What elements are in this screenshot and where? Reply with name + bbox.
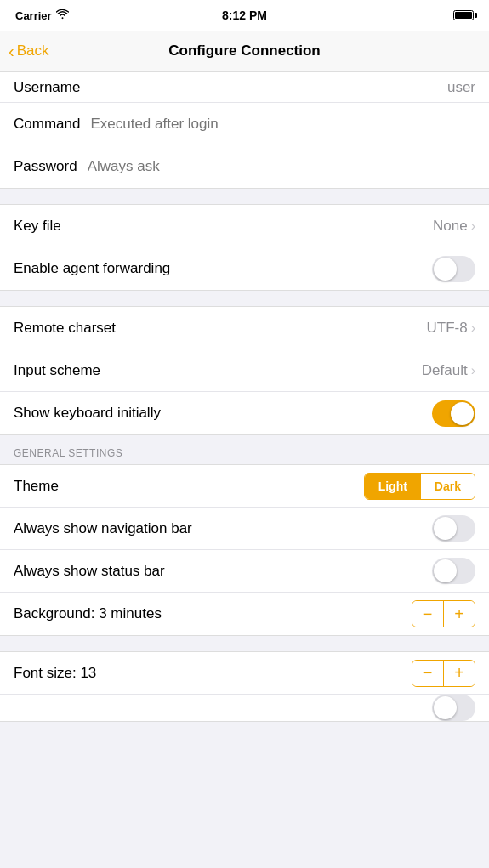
font-size-section: Font size: 13 − +	[0, 651, 489, 722]
status-time: 8:12 PM	[222, 9, 267, 22]
font-size-stepper[interactable]: − +	[412, 660, 476, 687]
always-nav-label: Always show navigation bar	[14, 520, 192, 537]
always-nav-track	[432, 515, 475, 542]
agent-forwarding-row: Enable agent forwarding	[0, 247, 489, 290]
font-size-row: Font size: 13 − +	[0, 652, 489, 695]
agent-forwarding-label: Enable agent forwarding	[14, 260, 170, 277]
general-settings-header: GENERAL SETTINGS	[0, 435, 489, 464]
always-nav-row: Always show navigation bar	[0, 508, 489, 550]
background-row: Background: 3 minutes − +	[0, 593, 489, 635]
password-label: Password	[14, 158, 77, 175]
spacer-3	[0, 636, 489, 651]
input-scheme-row[interactable]: Input scheme Default ›	[0, 349, 489, 392]
input-scheme-value: Default ›	[422, 362, 475, 379]
background-stepper[interactable]: − +	[412, 600, 476, 627]
command-row[interactable]: Command	[0, 103, 489, 145]
toggle-track	[432, 256, 475, 282]
back-chevron-icon: ‹	[9, 43, 14, 60]
remote-charset-chevron-icon: ›	[471, 321, 475, 336]
username-value: user	[447, 79, 475, 96]
spacer-1	[0, 189, 489, 204]
remote-charset-value: UTF-8 ›	[427, 320, 476, 337]
keyfile-chevron-icon: ›	[471, 218, 475, 234]
background-plus-button[interactable]: +	[444, 601, 475, 627]
battery-indicator	[450, 10, 474, 20]
show-keyboard-label: Show keyboard initially	[14, 405, 161, 422]
keyfile-value: None ›	[433, 218, 475, 235]
background-minus-button[interactable]: −	[412, 601, 443, 627]
spacer-2	[0, 291, 489, 306]
diff-font-toggle[interactable]	[432, 695, 475, 721]
status-bar: Carrier 8:12 PM	[0, 0, 489, 31]
back-label: Back	[17, 43, 49, 60]
keyfile-section: Key file None › Enable agent forwarding	[0, 204, 489, 291]
theme-light-option[interactable]: Light	[365, 474, 421, 499]
carrier-label: Carrier	[15, 9, 69, 22]
username-section: Username user Command Password	[0, 71, 489, 189]
remote-charset-row[interactable]: Remote charset UTF-8 ›	[0, 307, 489, 349]
back-button[interactable]: ‹ Back	[9, 43, 48, 60]
font-size-label: Font size: 13	[14, 665, 96, 682]
command-label: Command	[14, 116, 80, 133]
font-size-plus-button[interactable]: +	[444, 661, 475, 686]
always-status-toggle[interactable]	[432, 558, 475, 584]
diff-font-track	[432, 695, 475, 721]
input-scheme-chevron-icon: ›	[471, 363, 475, 378]
show-keyboard-toggle[interactable]	[432, 400, 475, 427]
remote-charset-label: Remote charset	[14, 320, 116, 337]
show-keyboard-track	[432, 400, 475, 427]
keyfile-row[interactable]: Key file None ›	[0, 205, 489, 247]
diff-font-thumb	[434, 696, 457, 719]
always-status-thumb	[434, 559, 457, 582]
charset-section: Remote charset UTF-8 › Input scheme Defa…	[0, 306, 489, 435]
input-scheme-label: Input scheme	[14, 362, 100, 379]
font-size-minus-button[interactable]: −	[412, 661, 443, 686]
username-row: Username user	[0, 72, 489, 103]
always-nav-thumb	[434, 517, 457, 540]
toggle-thumb	[434, 258, 457, 281]
diff-font-row	[0, 695, 489, 721]
general-settings-section: Theme Light Dark Always show navigation …	[0, 464, 489, 636]
show-keyboard-thumb	[451, 402, 474, 425]
always-status-label: Always show status bar	[14, 563, 165, 580]
always-nav-toggle[interactable]	[432, 515, 475, 542]
show-keyboard-row: Show keyboard initially	[0, 392, 489, 434]
theme-dark-option[interactable]: Dark	[421, 474, 475, 499]
always-status-track	[432, 558, 475, 584]
username-label: Username	[14, 79, 80, 96]
wifi-icon	[56, 9, 69, 22]
always-status-row: Always show status bar	[0, 550, 489, 593]
theme-label: Theme	[14, 478, 59, 495]
password-input[interactable]	[88, 158, 475, 175]
theme-row: Theme Light Dark	[0, 465, 489, 508]
navigation-bar: ‹ Back Configure Connection	[0, 31, 489, 71]
page-title: Configure Connection	[168, 43, 320, 60]
agent-forwarding-toggle[interactable]	[432, 256, 475, 282]
theme-segmented-control[interactable]: Light Dark	[364, 473, 475, 500]
command-input[interactable]	[90, 116, 475, 133]
background-label: Background: 3 minutes	[14, 605, 162, 622]
keyfile-label: Key file	[14, 218, 61, 235]
password-row[interactable]: Password	[0, 145, 489, 188]
